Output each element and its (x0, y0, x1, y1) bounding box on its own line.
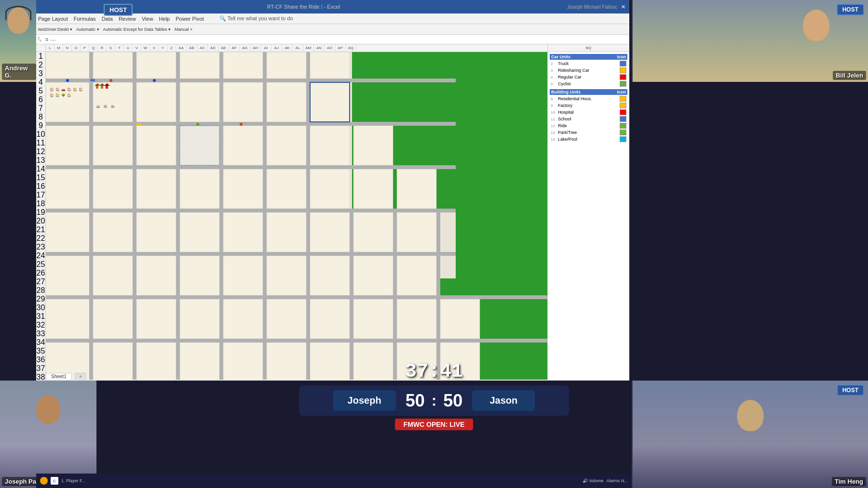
svg-rect-10 (46, 339, 547, 343)
menu-help[interactable]: Help (159, 16, 170, 22)
close-button[interactable]: ✕ (621, 4, 625, 10)
svg-rect-73 (223, 299, 263, 339)
svg-rect-70 (93, 299, 133, 339)
svg-rect-32 (267, 82, 306, 122)
svg-rect-74 (267, 299, 306, 339)
menu-view[interactable]: View (142, 16, 153, 22)
svg-rect-20 (46, 52, 89, 79)
svg-rect-5 (46, 122, 456, 126)
svg-rect-15 (263, 52, 267, 380)
row-numbers: 123 456 789 101112 131415 161718 192021 … (36, 52, 46, 380)
menu-data[interactable]: Data (102, 16, 113, 22)
svg-text:🏠: 🏠 (79, 87, 83, 92)
svg-rect-33 (310, 82, 350, 122)
svg-rect-61 (93, 256, 133, 295)
svg-rect-106 (101, 86, 103, 89)
tell-me-input[interactable]: 🔍 Tell me what you want to do (219, 15, 293, 22)
host-badge-bottom-right: HOST (837, 384, 864, 396)
svg-rect-21 (93, 52, 133, 79)
svg-rect-78 (440, 299, 480, 339)
svg-rect-28 (93, 82, 133, 122)
svg-rect-82 (180, 343, 219, 380)
svg-rect-9 (46, 295, 547, 299)
svg-text:🏥: 🏥 (104, 105, 108, 108)
svg-rect-26 (310, 52, 350, 79)
svg-rect-81 (136, 343, 176, 380)
person-head (7, 7, 29, 34)
score-display: 50 : 50 (406, 391, 463, 411)
score-bar: Joseph 50 : 50 Jason (299, 385, 569, 416)
svg-rect-12 (133, 52, 136, 380)
taskbar-start-icon[interactable] (40, 477, 48, 485)
svg-rect-48 (310, 169, 350, 209)
svg-rect-60 (46, 256, 89, 295)
player2-button[interactable]: Jason (472, 390, 535, 411)
svg-text:🏠: 🏠 (50, 87, 54, 92)
svg-rect-31 (223, 82, 263, 122)
game-timer: 37:41 (405, 361, 463, 382)
svg-rect-64 (223, 256, 263, 295)
svg-rect-36 (136, 126, 176, 165)
menu-power-pivot[interactable]: Power Pivot (176, 16, 204, 22)
excel-ribbon: twoDriver:Deskt ▾ Automatic ▾ Automatic … (36, 24, 629, 35)
taskbar: C 1. Player F... 🔊 Volume Alarms N... (36, 474, 632, 488)
svg-rect-108 (106, 86, 108, 89)
svg-rect-77 (397, 299, 436, 339)
add-sheet-button[interactable]: + (75, 373, 86, 380)
svg-rect-51 (46, 212, 89, 252)
svg-point-103 (240, 123, 243, 126)
svg-rect-63 (180, 256, 219, 295)
svg-rect-62 (136, 256, 176, 295)
svg-rect-47 (267, 169, 306, 209)
ribbon-manual: Manual × (175, 27, 192, 32)
svg-rect-72 (180, 299, 219, 339)
webcam-top-right: HOST Bill Jelen (632, 0, 868, 82)
svg-rect-83 (223, 343, 263, 380)
svg-point-102 (196, 123, 199, 126)
svg-rect-17 (350, 211, 353, 380)
formula-bar[interactable]: fx = — (36, 35, 629, 44)
svg-rect-55 (223, 212, 263, 252)
svg-text:🏠: 🏠 (73, 87, 77, 92)
taskbar-browser-icon[interactable]: C (51, 477, 58, 485)
svg-text:🌳: 🌳 (61, 93, 66, 97)
legend-car-units-title: Car Units Icon (550, 54, 627, 60)
taskbar-volume[interactable]: 🔊 Volume (583, 478, 604, 483)
formula-content: = (45, 37, 48, 42)
svg-rect-68 (397, 256, 436, 295)
player1-button[interactable]: Joseph (333, 390, 396, 411)
participant-name-bottom-right: Tim Heng (832, 477, 866, 486)
svg-rect-50 (397, 169, 436, 209)
svg-rect-75 (310, 299, 350, 339)
svg-point-99 (66, 79, 69, 82)
svg-text:🚗: 🚗 (61, 87, 66, 92)
svg-rect-23 (180, 52, 219, 79)
formula-icon: fx (38, 36, 41, 43)
menu-page-layout[interactable]: Page Layout (38, 16, 68, 22)
svg-rect-44 (136, 169, 176, 209)
svg-rect-52 (93, 212, 133, 252)
legend-row-factory: 9 Factory (550, 102, 627, 109)
svg-rect-43 (93, 169, 133, 209)
host-badge-top-left: HOST (104, 4, 133, 16)
svg-rect-18 (393, 211, 397, 380)
menu-formulas[interactable]: Formulas (74, 16, 96, 22)
svg-rect-116 (180, 126, 219, 165)
host-badge-top-right: HOST (837, 4, 864, 15)
svg-text:🏠: 🏠 (67, 87, 71, 92)
svg-rect-46 (223, 169, 263, 209)
svg-text:🏫: 🏫 (111, 105, 115, 108)
svg-text:🏠: 🏠 (55, 87, 60, 92)
legend-row-hospital: 10 Hospital (550, 109, 627, 116)
svg-rect-16 (306, 52, 310, 380)
excel-user: Joseph Michael Falisoc (567, 4, 617, 10)
svg-rect-54 (180, 212, 219, 252)
svg-rect-19 (436, 211, 440, 380)
legend-panel: Car Units Icon 2 Truck 3 Ridesharing Car… (547, 52, 629, 380)
live-badge: FMWC OPEN: LIVE (395, 419, 474, 430)
svg-rect-39 (267, 126, 306, 165)
menu-review[interactable]: Review (119, 16, 136, 22)
svg-text:🏠: 🏠 (50, 93, 54, 97)
sheet-tab[interactable]: Sheet1 (46, 373, 72, 380)
ribbon-automatic: Automatic ▾ (76, 27, 99, 32)
